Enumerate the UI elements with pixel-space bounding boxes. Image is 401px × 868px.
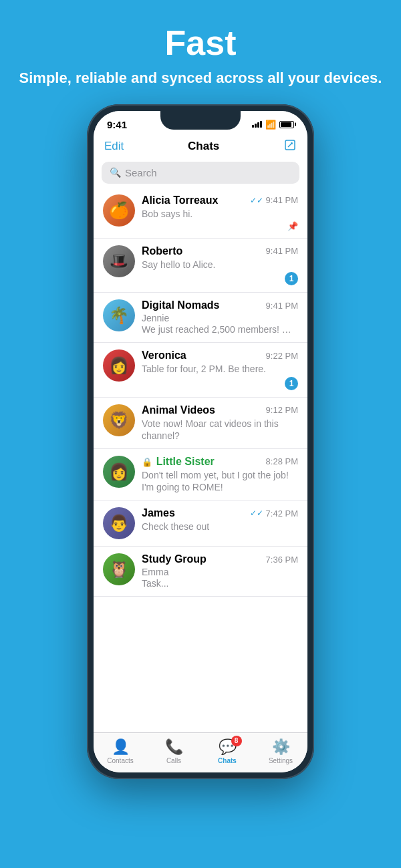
tab-icon-settings: ⚙️ [272,738,290,756]
chat-message-study: Task... [142,577,298,589]
chat-content-animals: Animal Videos9:12 PMVote now! Moar cat v… [142,404,298,442]
chat-name-alicia: Alicia Torreaux [142,194,218,206]
status-bar: 9:41 📶 [94,111,307,133]
notch [160,111,241,130]
chat-item-animals[interactable]: 🦁Animal Videos9:12 PMVote now! Moar cat … [94,398,307,449]
chat-content-nomads: Digital Nomads9:41 PMJennieWe just reach… [142,299,298,335]
chat-content-roberto: Roberto9:41 PMSay hello to Alice.1 [142,245,298,285]
chat-content-james: James✓✓7:42 PMCheck these out [142,507,298,533]
avatar-sister: 👩 [103,456,135,488]
chat-item-roberto[interactable]: 🎩Roberto9:41 PMSay hello to Alice.1 [94,239,307,293]
tab-icon-calls: 📞 [165,738,183,756]
chat-name-study: Study Group [142,553,207,565]
chat-item-study[interactable]: 🦉Study Group7:36 PMEmmaTask... [94,547,307,597]
avatar-james: 👨 [103,507,135,539]
tab-bar: 👤Contacts📞Calls💬8Chats⚙️Settings [94,732,307,772]
chat-sender-nomads: Jennie [142,313,298,323]
search-icon: 🔍 [110,167,121,178]
lock-icon: 🔒 [142,457,155,467]
tab-calls[interactable]: 📞Calls [154,738,194,764]
chat-content-alicia: Alicia Torreaux✓✓9:41 PMBob says hi.📌 [142,194,298,231]
chat-item-sister[interactable]: 👩🔒 Little Sister8:28 PMDon't tell mom ye… [94,449,307,500]
chat-time-animals: 9:12 PM [266,405,298,415]
chat-item-james[interactable]: 👨James✓✓7:42 PMCheck these out [94,500,307,547]
chat-item-nomads[interactable]: 🌴Digital Nomads9:41 PMJennieWe just reac… [94,293,307,343]
chat-content-veronica: Veronica9:22 PMTable for four, 2 PM. Be … [142,349,298,390]
avatar-study: 🦉 [103,553,135,585]
signal-icon [252,121,262,128]
hero-title: Fast [19,24,382,62]
compose-button[interactable] [283,138,297,155]
tab-badge-chats: 8 [231,736,242,746]
chat-badge-veronica: 1 [285,377,298,390]
hero-subtitle: Simple, reliable and synced across all y… [19,69,382,88]
tab-label-chats: Chats [218,757,237,764]
tab-settings[interactable]: ⚙️Settings [261,738,301,764]
chat-item-alicia[interactable]: 🍊Alicia Torreaux✓✓9:41 PMBob says hi.📌 [94,188,307,239]
chat-name-animals: Animal Videos [142,404,215,416]
chat-time-nomads: 9:41 PM [266,301,298,311]
chat-time-james: 7:42 PM [266,509,298,519]
search-placeholder: Search [125,167,157,178]
app-header: Edit Chats [94,133,307,162]
tab-label-settings: Settings [269,757,293,764]
chat-badge-roberto: 1 [285,272,298,285]
tab-label-calls: Calls [166,757,181,764]
chat-name-nomads: Digital Nomads [142,299,219,311]
phone-frame: 9:41 📶 Edit Chats [87,104,314,779]
avatar-animals: 🦁 [103,404,135,436]
status-time: 9:41 [107,119,127,130]
chat-time-veronica: 9:22 PM [266,351,298,361]
chat-name-roberto: Roberto [142,245,182,257]
chat-item-veronica[interactable]: 👩Veronica9:22 PMTable for four, 2 PM. Be… [94,343,307,397]
chat-message-sister: Don't tell mom yet, but I got the job! I… [142,469,298,493]
pin-icon: 📌 [287,221,298,231]
tab-contacts[interactable]: 👤Contacts [100,738,140,764]
chat-message-alicia: Bob says hi. [142,208,298,220]
chat-name-james: James [142,507,175,519]
hero-section: Fast Simple, reliable and synced across … [6,0,396,104]
chat-sender-study: Emma [142,567,298,577]
wifi-icon: 📶 [265,120,276,130]
chat-content-study: Study Group7:36 PMEmmaTask... [142,553,298,589]
chat-list: 🍊Alicia Torreaux✓✓9:41 PMBob says hi.📌🎩R… [94,188,307,732]
header-title: Chats [188,140,219,153]
chat-time-sister: 8:28 PM [266,456,298,466]
chat-name-sister: 🔒 Little Sister [142,456,215,468]
read-ticks-icon: ✓✓ [250,196,263,205]
chat-time-study: 7:36 PM [266,555,298,565]
status-icons: 📶 [252,120,294,130]
search-bar[interactable]: 🔍 Search [102,162,299,184]
phone-screen: 9:41 📶 Edit Chats [94,111,307,772]
chat-message-roberto: Say hello to Alice. [142,259,298,271]
chat-time-alicia: 9:41 PM [266,195,298,205]
chat-message-veronica: Table for four, 2 PM. Be there. [142,363,298,375]
chat-name-veronica: Veronica [142,349,186,361]
chat-content-sister: 🔒 Little Sister8:28 PMDon't tell mom yet… [142,456,298,493]
tab-icon-contacts: 👤 [112,738,130,756]
read-ticks-icon: ✓✓ [250,509,263,518]
chat-message-nomads: We just reached 2,500 members! WOO! [142,323,298,335]
svg-line-1 [288,143,292,147]
avatar-veronica: 👩 [103,349,135,382]
chat-message-james: Check these out [142,521,298,533]
tab-label-contacts: Contacts [107,757,133,764]
edit-button[interactable]: Edit [104,140,124,153]
chat-message-animals: Vote now! Moar cat videos in this channe… [142,418,298,442]
chat-time-roberto: 9:41 PM [266,246,298,256]
tab-chats[interactable]: 💬8Chats [207,738,247,764]
avatar-alicia: 🍊 [103,194,135,227]
avatar-roberto: 🎩 [103,245,135,277]
battery-icon [279,121,294,128]
avatar-nomads: 🌴 [103,299,135,331]
